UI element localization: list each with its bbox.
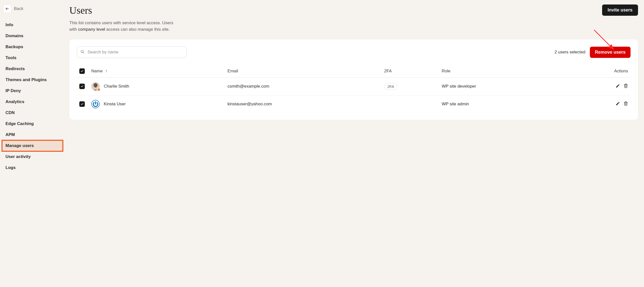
search-icon <box>80 50 84 55</box>
back-label: Back <box>14 6 24 11</box>
sidebar-item-tools[interactable]: Tools <box>2 52 63 63</box>
user-2fa <box>382 95 439 113</box>
toolbar: 2 users selected Remove users <box>77 47 630 58</box>
avatar <box>91 100 100 108</box>
sidebar-item-domains[interactable]: Domains <box>2 31 63 42</box>
back-row: Back <box>2 4 63 20</box>
user-2fa: 2FA <box>382 78 439 95</box>
sidebar-item-ip-deny[interactable]: IP Deny <box>2 85 63 96</box>
search-wrap <box>77 47 186 58</box>
sidebar-item-info[interactable]: Info <box>2 20 63 31</box>
sidebar-item-cdn[interactable]: CDN <box>2 107 63 118</box>
svg-line-3 <box>83 52 84 53</box>
col-email[interactable]: Email <box>225 65 382 78</box>
delete-button[interactable] <box>624 101 628 106</box>
check-icon <box>80 70 84 73</box>
page-title: Users <box>69 5 174 16</box>
users-card: 2 users selected Remove users Name ↑ <box>69 40 638 120</box>
user-email: csmith@example.com <box>225 78 382 95</box>
user-role: WP site admin <box>439 95 564 113</box>
select-all-checkbox[interactable] <box>79 68 85 74</box>
avatar-badge-icon <box>97 88 100 91</box>
user-role: WP site developer <box>439 78 564 95</box>
sidebar: Back InfoDomainsBackupsToolsRedirectsThe… <box>0 0 65 287</box>
sidebar-item-themes-and-plugins[interactable]: Themes and Plugins <box>2 74 63 85</box>
edit-button[interactable] <box>616 101 620 106</box>
sidebar-item-user-activity[interactable]: User activity <box>2 151 63 162</box>
sidebar-item-apm[interactable]: APM <box>2 129 63 140</box>
delete-button[interactable] <box>624 84 628 88</box>
col-name-label: Name <box>91 69 102 73</box>
user-email: kinstauser@yahoo.com <box>225 95 382 113</box>
col-role[interactable]: Role <box>439 65 564 78</box>
user-name: Kinsta User <box>104 102 126 107</box>
desc-suffix: access can also manage this site. <box>105 27 170 32</box>
sidebar-item-backups[interactable]: Backups <box>2 42 63 52</box>
user-name: Charlie Smith <box>104 84 129 89</box>
sidebar-item-redirects[interactable]: Redirects <box>2 63 63 74</box>
table-row: Kinsta Userkinstauser@yahoo.comWP site a… <box>77 95 630 113</box>
sidebar-item-logs[interactable]: Logs <box>2 162 63 173</box>
company-level-link[interactable]: company level <box>78 27 105 32</box>
2fa-badge: 2FA <box>384 83 397 90</box>
col-name[interactable]: Name ↑ <box>89 65 225 78</box>
users-table: Name ↑ Email 2FA Role Actions Charlie Sm… <box>77 65 630 113</box>
col-actions: Actions <box>564 65 630 78</box>
sidebar-item-edge-caching[interactable]: Edge Caching <box>2 118 63 129</box>
remove-users-button[interactable]: Remove users <box>590 47 630 58</box>
back-button[interactable] <box>4 5 11 13</box>
arrow-left-icon <box>5 7 9 11</box>
main-content: Users This list contains users with serv… <box>65 0 644 287</box>
selected-count: 2 users selected <box>554 50 586 55</box>
table-row: Charlie Smithcsmith@example.com2FAWP sit… <box>77 78 630 95</box>
sort-asc-icon: ↑ <box>105 69 108 73</box>
edit-button[interactable] <box>616 84 620 88</box>
sidebar-item-analytics[interactable]: Analytics <box>2 96 63 107</box>
page-description: This list contains users with service le… <box>69 20 174 33</box>
search-input[interactable] <box>77 47 186 58</box>
col-2fa[interactable]: 2FA <box>382 65 439 78</box>
invite-users-button[interactable]: Invite users <box>602 5 638 16</box>
row-checkbox[interactable] <box>79 84 85 89</box>
sidebar-item-manage-users[interactable]: Manage users <box>2 140 63 151</box>
avatar <box>91 82 100 91</box>
row-checkbox[interactable] <box>79 101 85 107</box>
nav: InfoDomainsBackupsToolsRedirectsThemes a… <box>2 20 63 173</box>
